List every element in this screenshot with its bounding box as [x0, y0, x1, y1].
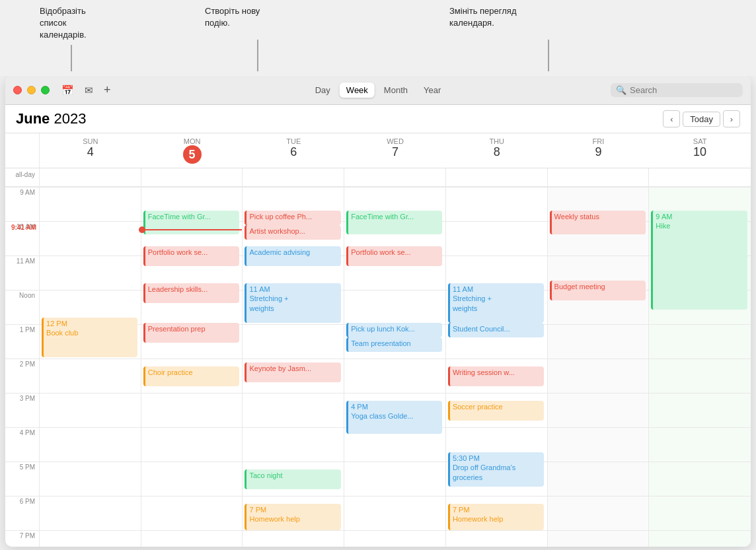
time-6pm: 6 PM — [5, 496, 39, 530]
prev-button[interactable]: ‹ — [663, 110, 680, 127]
titlebar: 📅 ✉ + Day Week Month Year 🔍 — [5, 76, 751, 105]
event-e23[interactable]: Taco night — [245, 469, 340, 489]
traffic-lights — [13, 86, 50, 94]
event-e3[interactable]: Artist workshop... — [245, 225, 340, 240]
add-event-button[interactable]: + — [101, 82, 114, 98]
time-slots: 9 AM 10 AM 11 AM Noon 1 PM 2 PM 3 PM 4 P… — [5, 187, 39, 547]
annotation-change-view: Змініть перегляд календаря. — [449, 5, 516, 29]
grid-container: all-day 9 AM 10 AM 11 AM Noon 1 PM 2 PM … — [5, 168, 751, 547]
calendar-body: June 2023 ‹ Today › SUN 4 MON 5 TUE 6 — [5, 105, 751, 547]
time-11am: 11 AM — [5, 256, 39, 290]
allday-sun — [40, 168, 141, 187]
close-button[interactable] — [13, 86, 22, 94]
event-e18[interactable]: Keynote by Jasm... — [245, 362, 340, 382]
day-header-sat: SAT 10 — [649, 133, 751, 168]
next-button[interactable]: › — [723, 110, 740, 127]
day-col-mon: FaceTime with Gr...Portfolio work se...L… — [141, 187, 243, 547]
calendars-sidebar-button[interactable]: 📅 — [59, 83, 77, 98]
annotation-calendars: Відобразіть список календарів. — [40, 5, 87, 42]
annotation-lines — [0, 0, 756, 76]
maximize-button[interactable] — [41, 86, 50, 94]
event-e22[interactable]: Soccer practice — [448, 401, 544, 421]
day-header-wed: WED 7 — [344, 133, 446, 168]
calendar-window: 📅 ✉ + Day Week Month Year 🔍 June 2023 ‹ … — [5, 76, 751, 547]
time-2pm: 2 PM — [5, 359, 39, 393]
allday-wed — [344, 168, 446, 187]
time-4pm: 4 PM — [5, 427, 39, 462]
time-9am: 9 AM — [5, 187, 39, 221]
event-e5[interactable]: Weekly status — [550, 211, 646, 234]
nav-buttons: ‹ Today › — [663, 110, 740, 127]
event-e1[interactable]: FaceTime with Gr... — [143, 211, 239, 234]
current-time-line — [141, 229, 243, 230]
time-5pm: 5 PM — [5, 462, 39, 496]
event-e2[interactable]: Pick up coffee Ph... — [245, 211, 340, 225]
time-column: all-day 9 AM 10 AM 11 AM Noon 1 PM 2 PM … — [5, 168, 40, 547]
month-title: June 2023 — [16, 110, 86, 127]
day-header-tue: TUE 6 — [243, 133, 344, 168]
time-1pm: 1 PM — [5, 324, 39, 359]
view-month-button[interactable]: Month — [377, 83, 414, 98]
day-col-sat: 9 AM Hike — [649, 187, 751, 547]
minimize-button[interactable] — [27, 86, 36, 94]
event-e24[interactable]: 7 PM Homework help — [245, 504, 340, 530]
event-e19[interactable]: Choir practice — [143, 366, 239, 386]
event-e26[interactable]: 7 PM Homework help — [448, 504, 544, 530]
time-noon: Noon — [5, 290, 39, 324]
annotation-area: Відобразіть список календарів. Створіть … — [0, 0, 756, 76]
day-col-wed: FaceTime with Gr...Portfolio work se...P… — [344, 187, 446, 547]
allday-tue — [243, 168, 344, 187]
day-col-tue: Pick up coffee Ph...Artist workshop...Ac… — [243, 187, 344, 547]
event-e15[interactable]: Pick up lunch Kok... — [346, 323, 442, 337]
current-time-dot — [139, 226, 145, 233]
days-header: SUN 4 MON 5 TUE 6 WED 7 THU 8 FRI 9 — [5, 133, 751, 168]
search-box[interactable]: 🔍 — [611, 83, 743, 97]
time-7pm: 7 PM — [5, 530, 39, 547]
allday-fri — [548, 168, 650, 187]
event-e17[interactable]: Student Council... — [448, 323, 544, 337]
day-columns: 12 PM Book club FaceTime with Gr...Portf… — [40, 168, 751, 547]
toolbar-icons: 📅 ✉ + — [59, 82, 114, 98]
annotation-new-event: Створіть нову подію. — [205, 5, 260, 29]
day-header-fri: FRI 9 — [548, 133, 650, 168]
event-e7[interactable]: Academic advising — [245, 246, 340, 266]
day-col-sun: 12 PM Book club — [40, 187, 141, 547]
event-e10[interactable]: Leadership skills... — [143, 283, 239, 303]
calendar-header: June 2023 ‹ Today › — [5, 105, 751, 133]
today-button[interactable]: Today — [683, 112, 720, 127]
event-e16[interactable]: Team presentation — [346, 337, 442, 352]
event-e12[interactable]: 11 AM Stretching + weights — [448, 283, 544, 323]
allday-thu — [446, 168, 548, 187]
event-e21[interactable]: 4 PM Yoga class Golde... — [346, 401, 442, 434]
toolbar-right: 🔍 — [611, 83, 743, 97]
event-e6[interactable]: Portfolio work se... — [143, 246, 239, 266]
current-time-label: 9:41 AM — [11, 224, 36, 231]
time-3pm: 3 PM — [5, 393, 39, 427]
allday-sat — [649, 168, 751, 187]
search-input[interactable] — [630, 85, 736, 95]
event-e4[interactable]: FaceTime with Gr... — [346, 211, 442, 234]
event-e13[interactable]: 12 PM Book club — [42, 318, 137, 357]
event-e25[interactable]: 5:30 PM Drop off Grandma's groceries — [448, 452, 544, 487]
allday-mon — [141, 168, 243, 187]
event-e8[interactable]: Portfolio work se... — [346, 246, 442, 266]
view-switcher: Day Week Month Year — [309, 83, 448, 98]
search-icon: 🔍 — [616, 85, 626, 95]
inbox-button[interactable]: ✉ — [82, 83, 96, 98]
day-col-thu: 11 AM Stretching + weightsStudent Counci… — [446, 187, 548, 547]
event-e11[interactable]: 11 AM Stretching + weights — [245, 283, 340, 323]
view-week-button[interactable]: Week — [340, 83, 375, 98]
day-header-sun: SUN 4 — [40, 133, 141, 168]
event-e20[interactable]: Writing session w... — [448, 366, 544, 386]
day-header-thu: THU 8 — [446, 133, 548, 168]
all-day-label: all-day — [5, 168, 39, 187]
day-col-fri: Weekly statusBudget meeting — [548, 187, 650, 547]
view-year-button[interactable]: Year — [417, 83, 447, 98]
day-header-mon: MON 5 — [141, 133, 243, 168]
event-e9[interactable]: Budget meeting — [550, 281, 646, 300]
event-e27[interactable]: 9 AM Hike — [651, 211, 747, 310]
view-day-button[interactable]: Day — [309, 83, 337, 98]
event-e14[interactable]: Presentation prep — [143, 323, 239, 343]
